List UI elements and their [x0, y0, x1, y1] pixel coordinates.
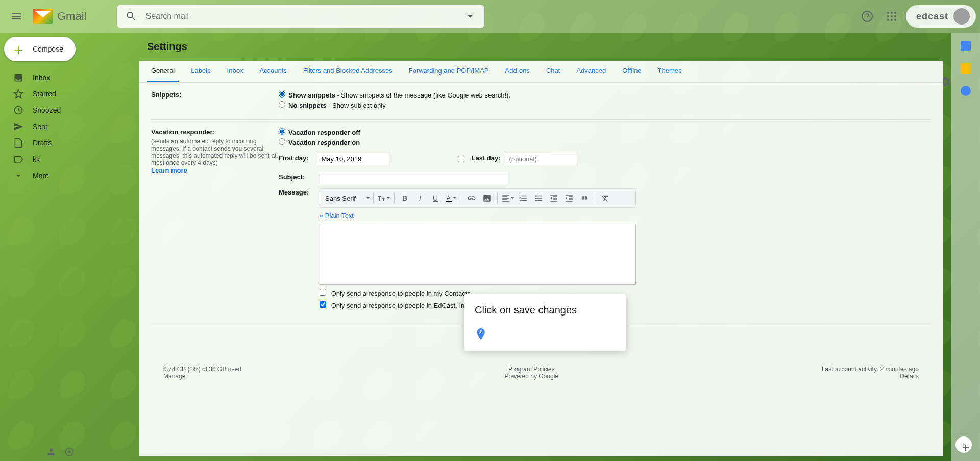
main-menu-button[interactable] — [4, 4, 29, 29]
indent-more-button[interactable] — [562, 191, 576, 205]
calendar-addon[interactable] — [961, 41, 971, 51]
numbered-list-button[interactable] — [516, 191, 530, 205]
editor-toolbar: Sans Serif TT B I U A — [320, 188, 636, 208]
remove-format-icon — [601, 193, 610, 203]
text-color-icon: A — [445, 194, 453, 202]
last-day-label: Last day: — [472, 154, 501, 162]
keep-addon[interactable] — [961, 63, 971, 74]
avatar[interactable] — [953, 8, 970, 25]
bulleted-list-button[interactable] — [531, 191, 546, 205]
first-day-label: First day: — [279, 154, 309, 162]
align-button[interactable] — [501, 191, 515, 205]
vacation-on-option[interactable]: Vacation responder on — [279, 138, 931, 147]
sidebar-item-sent[interactable]: Sent — [0, 118, 127, 135]
apps-button[interactable] — [881, 6, 902, 27]
snippets-setting: Snippets: Show snippets - Show snippets … — [151, 87, 931, 115]
vacation-on-radio[interactable] — [279, 138, 285, 145]
tab-labels[interactable]: Labels — [187, 61, 214, 82]
gmail-logo[interactable]: Gmail — [33, 9, 86, 24]
link-button[interactable] — [464, 191, 479, 205]
subject-input[interactable] — [320, 172, 508, 184]
sidebar-item-more[interactable]: More — [0, 167, 127, 184]
settings-body: Snippets: Show snippets - Show snippets … — [139, 83, 943, 436]
show-snippets-radio[interactable] — [279, 91, 285, 98]
tab-advanced[interactable]: Advanced — [572, 61, 610, 82]
svg-text:T: T — [378, 195, 382, 202]
tab-accounts[interactable]: Accounts — [255, 61, 290, 82]
plain-text-link[interactable]: « Plain Text — [320, 212, 354, 220]
tab-themes[interactable]: Themes — [654, 61, 686, 82]
show-snippets-option[interactable]: Show snippets - Show snippets of the mes… — [279, 91, 931, 99]
message-textarea[interactable] — [320, 224, 636, 285]
search-options-button[interactable] — [460, 6, 480, 27]
quote-button[interactable] — [577, 191, 592, 205]
sidebar-item-drafts[interactable]: Drafts — [0, 135, 127, 151]
search-button[interactable] — [121, 6, 141, 27]
only-contacts-checkbox[interactable] — [320, 289, 326, 296]
header-right: edcast — [857, 5, 976, 28]
vacation-off-option[interactable]: Vacation responder off — [279, 128, 931, 136]
details-link[interactable]: Details — [900, 373, 919, 380]
edcast-badge[interactable]: edcast — [906, 5, 976, 28]
tab-chat[interactable]: Chat — [542, 61, 564, 82]
hangouts-icon[interactable] — [64, 447, 75, 457]
remove-formatting-button[interactable] — [598, 191, 612, 205]
italic-button[interactable]: I — [413, 191, 427, 205]
content: Settings GeneralLabelsInboxAccountsFilte… — [131, 33, 951, 461]
manage-link[interactable]: Manage — [163, 373, 185, 380]
caret-down-icon — [366, 196, 370, 200]
plus-icon[interactable] — [961, 443, 971, 453]
nav-label: kk — [33, 155, 40, 163]
clock-icon — [13, 105, 23, 115]
tab-general[interactable]: General — [147, 61, 179, 82]
tab-inbox[interactable]: Inbox — [223, 61, 248, 82]
policies-link[interactable]: Program Policies — [508, 366, 555, 373]
svg-text:T: T — [382, 197, 385, 202]
search-input[interactable] — [141, 12, 460, 21]
subject-label: Subject: — [279, 173, 320, 181]
svg-point-6 — [894, 15, 896, 17]
only-domain-checkbox[interactable] — [320, 301, 326, 308]
image-button[interactable] — [480, 191, 494, 205]
indent-less-button[interactable] — [547, 191, 561, 205]
main: Compose InboxStarredSnoozedSentDraftskkM… — [0, 33, 980, 461]
compose-button[interactable]: Compose — [4, 37, 76, 61]
snippets-label: Snippets: — [151, 91, 279, 111]
tab-filters-and-blocked-addresses[interactable]: Filters and Blocked Addresses — [299, 61, 397, 82]
nav-label: Snoozed — [33, 106, 61, 114]
tab-forwarding-and-pop/imap[interactable]: Forwarding and POP/IMAP — [405, 61, 493, 82]
align-icon — [501, 193, 510, 203]
bold-button[interactable]: B — [398, 191, 412, 205]
text-color-button[interactable]: A — [444, 191, 458, 205]
vacation-label: Vacation responder: — [151, 128, 215, 136]
font-select[interactable]: Sans Serif — [322, 192, 365, 204]
last-day-checkbox[interactable] — [458, 156, 464, 162]
search-bar — [117, 5, 484, 28]
divider — [151, 119, 931, 120]
tutorial-tooltip: Click on save changes G — [464, 294, 626, 351]
vacation-off-radio[interactable] — [279, 128, 285, 135]
hamburger-icon — [10, 10, 22, 22]
no-snippets-option[interactable]: No snippets - Show subject only. — [279, 101, 931, 109]
no-snippets-radio[interactable] — [279, 101, 285, 108]
sidebar-item-kk[interactable]: kk — [0, 151, 127, 167]
sidebar-item-snoozed[interactable]: Snoozed — [0, 102, 127, 118]
learn-more-link[interactable]: Learn more — [151, 166, 187, 174]
compose-label: Compose — [33, 45, 63, 53]
sidebar-item-inbox[interactable]: Inbox — [0, 69, 127, 86]
header: Gmail edcast — [0, 0, 980, 33]
page-title: Settings — [139, 41, 943, 53]
file-icon — [13, 138, 23, 148]
person-icon[interactable] — [46, 447, 56, 457]
tab-add-ons[interactable]: Add-ons — [501, 61, 534, 82]
support-button[interactable] — [857, 6, 877, 27]
last-day-input[interactable] — [505, 153, 576, 165]
underline-button[interactable]: U — [428, 191, 443, 205]
tab-offline[interactable]: Offline — [618, 61, 645, 82]
bulleted-list-icon — [534, 193, 543, 203]
numbered-list-icon — [519, 193, 528, 203]
tasks-addon[interactable] — [961, 86, 971, 96]
first-day-input[interactable] — [317, 153, 388, 165]
sidebar-item-starred[interactable]: Starred — [0, 86, 127, 102]
font-size-button[interactable]: TT — [377, 191, 391, 205]
